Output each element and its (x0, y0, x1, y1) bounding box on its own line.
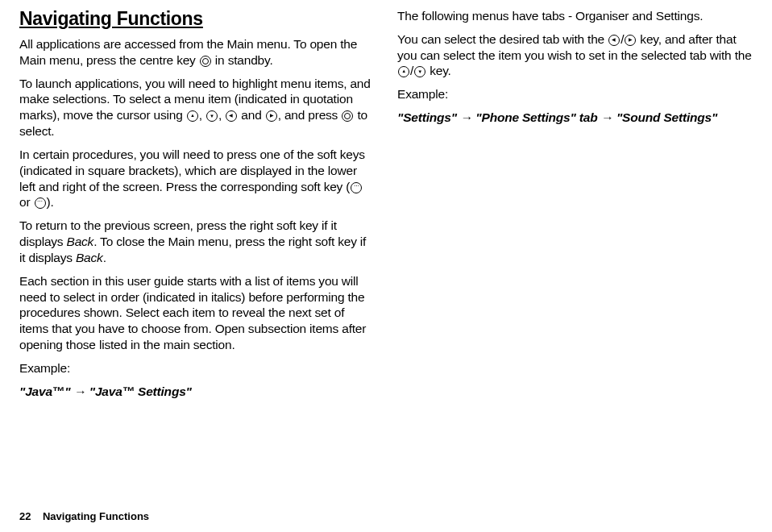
text: / (410, 64, 413, 77)
text: You can select the desired tab with the (397, 32, 608, 46)
text: in standby. (212, 53, 273, 67)
path-item: "Java™" (19, 384, 70, 398)
paragraph-return: To return to the previous screen, press … (19, 218, 375, 265)
text: , and press (278, 108, 342, 122)
arrow-icon: → (601, 110, 616, 124)
centre-key-icon (200, 56, 211, 67)
footer-title: Navigating Functions (43, 510, 149, 522)
text: , (218, 108, 225, 122)
paragraph-tab-select: You can select the desired tab with the … (397, 31, 753, 79)
path-item: "Sound Settings" (616, 110, 717, 124)
right-key-icon (266, 110, 277, 122)
right-key-icon (625, 35, 636, 46)
text: . (103, 251, 106, 264)
back-label: Back (67, 235, 94, 248)
example-label: Example: (19, 360, 375, 376)
left-key-icon (226, 110, 237, 122)
text: , (199, 108, 205, 122)
example-path: "Settings" → "Phone Settings" tab → "Sou… (397, 110, 753, 126)
text: key. (426, 64, 451, 77)
left-key-icon (608, 35, 620, 46)
path-item: "Settings" (397, 110, 457, 124)
paragraph-soft-keys: In certain procedures, you will need to … (19, 147, 375, 210)
path-item: "Phone Settings" tab (475, 110, 600, 124)
paragraph-launch-apps: To launch applications, you will need to… (19, 76, 375, 139)
text: ). (47, 195, 54, 209)
arrow-icon: → (70, 384, 89, 398)
page-number: 22 (19, 510, 31, 522)
right-softkey-icon (35, 197, 46, 209)
paragraph-main-menu: All applications are accessed from the M… (19, 36, 375, 69)
left-softkey-icon (351, 182, 362, 193)
text: All applications are accessed from the M… (19, 37, 357, 67)
arrow-icon: → (457, 110, 476, 124)
text: and (238, 108, 264, 122)
page-heading: Navigating Functions (19, 8, 375, 30)
down-key-icon (414, 66, 425, 77)
centre-key-icon (342, 110, 353, 122)
back-label: Back (76, 251, 103, 264)
path-item: "Java™ Settings" (89, 384, 192, 398)
text: / (621, 32, 624, 46)
up-key-icon (187, 110, 198, 122)
up-key-icon (398, 66, 409, 77)
text: or (19, 195, 34, 209)
left-column: Navigating Functions All applications ar… (19, 8, 375, 407)
example-path: "Java™" → "Java™ Settings" (19, 384, 375, 400)
paragraph-tabs-intro: The following menus have tabs - Organise… (397, 8, 753, 24)
down-key-icon (206, 110, 218, 122)
text: In certain procedures, you will need to … (19, 148, 365, 193)
example-label: Example: (397, 86, 753, 102)
page-footer: 22 Navigating Functions (19, 510, 149, 522)
paragraph-sections: Each section in this user guide starts w… (19, 273, 375, 353)
right-column: The following menus have tabs - Organise… (397, 8, 753, 407)
